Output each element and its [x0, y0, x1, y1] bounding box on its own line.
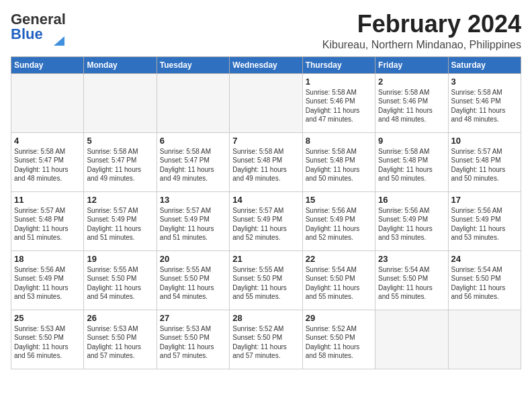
day-info: Sunrise: 5:54 AM Sunset: 5:50 PM Dayligh…: [378, 265, 445, 302]
title-area: February 2024 Kibureau, Northern Mindana…: [322, 11, 521, 51]
day-info: Sunrise: 5:54 AM Sunset: 5:50 PM Dayligh…: [306, 265, 372, 302]
calendar-cell: 1Sunrise: 5:58 AM Sunset: 5:46 PM Daylig…: [302, 73, 375, 132]
day-number: 4: [14, 136, 81, 146]
day-number: 15: [306, 195, 372, 205]
calendar-cell: 8Sunrise: 5:58 AM Sunset: 5:48 PM Daylig…: [302, 132, 375, 191]
day-number: 18: [14, 254, 81, 264]
day-number: 17: [451, 195, 518, 205]
calendar-cell: 10Sunrise: 5:57 AM Sunset: 5:48 PM Dayli…: [448, 132, 521, 191]
calendar-cell: 27Sunrise: 5:53 AM Sunset: 5:50 PM Dayli…: [157, 310, 229, 369]
day-number: 19: [87, 254, 153, 264]
calendar-cell: 23Sunrise: 5:54 AM Sunset: 5:50 PM Dayli…: [375, 250, 448, 310]
day-info: Sunrise: 5:52 AM Sunset: 5:50 PM Dayligh…: [232, 324, 299, 361]
day-number: 22: [306, 254, 372, 264]
day-number: 12: [87, 195, 153, 205]
calendar-cell: 12Sunrise: 5:57 AM Sunset: 5:49 PM Dayli…: [84, 191, 157, 250]
calendar-cell: 22Sunrise: 5:54 AM Sunset: 5:50 PM Dayli…: [302, 250, 375, 310]
day-number: 16: [378, 195, 445, 205]
day-info: Sunrise: 5:53 AM Sunset: 5:50 PM Dayligh…: [14, 324, 81, 361]
day-info: Sunrise: 5:57 AM Sunset: 5:48 PM Dayligh…: [14, 206, 81, 242]
calendar-header-row: SundayMondayTuesdayWednesdayThursdayFrid…: [11, 56, 521, 73]
day-info: Sunrise: 5:56 AM Sunset: 5:49 PM Dayligh…: [306, 206, 372, 242]
month-title: February 2024: [322, 11, 521, 38]
day-info: Sunrise: 5:58 AM Sunset: 5:46 PM Dayligh…: [451, 88, 518, 124]
day-number: 14: [232, 195, 299, 205]
calendar-cell: 6Sunrise: 5:58 AM Sunset: 5:47 PM Daylig…: [157, 132, 229, 191]
day-number: 2: [378, 77, 445, 87]
day-number: 27: [160, 313, 226, 323]
day-info: Sunrise: 5:53 AM Sunset: 5:50 PM Dayligh…: [160, 324, 226, 361]
day-info: Sunrise: 5:57 AM Sunset: 5:49 PM Dayligh…: [160, 206, 226, 242]
calendar-cell: 14Sunrise: 5:57 AM Sunset: 5:49 PM Dayli…: [230, 191, 302, 250]
logo-arrow-icon: [54, 36, 64, 46]
calendar-week-row: 4Sunrise: 5:58 AM Sunset: 5:47 PM Daylig…: [11, 132, 521, 191]
weekday-header-friday: Friday: [375, 56, 448, 73]
day-number: 10: [451, 136, 518, 146]
logo: General Blue: [11, 11, 67, 43]
calendar-cell: [375, 310, 448, 369]
calendar-cell: 17Sunrise: 5:56 AM Sunset: 5:49 PM Dayli…: [448, 191, 521, 250]
weekday-header-sunday: Sunday: [11, 56, 84, 73]
calendar-cell: 11Sunrise: 5:57 AM Sunset: 5:48 PM Dayli…: [11, 191, 84, 250]
day-info: Sunrise: 5:56 AM Sunset: 5:49 PM Dayligh…: [14, 265, 81, 302]
day-number: 28: [232, 313, 299, 323]
day-number: 3: [451, 77, 518, 87]
calendar-week-row: 1Sunrise: 5:58 AM Sunset: 5:46 PM Daylig…: [11, 73, 521, 132]
day-number: 11: [14, 195, 81, 205]
day-number: 9: [378, 136, 445, 146]
day-info: Sunrise: 5:54 AM Sunset: 5:50 PM Dayligh…: [451, 265, 518, 302]
calendar-cell: [230, 73, 302, 132]
day-info: Sunrise: 5:52 AM Sunset: 5:50 PM Dayligh…: [306, 324, 372, 361]
day-info: Sunrise: 5:58 AM Sunset: 5:47 PM Dayligh…: [160, 147, 226, 183]
calendar-cell: [157, 73, 229, 132]
weekday-header-thursday: Thursday: [302, 56, 375, 73]
calendar-table: SundayMondayTuesdayWednesdayThursdayFrid…: [11, 56, 521, 369]
day-info: Sunrise: 5:57 AM Sunset: 5:49 PM Dayligh…: [232, 206, 299, 242]
day-info: Sunrise: 5:58 AM Sunset: 5:48 PM Dayligh…: [232, 147, 299, 183]
day-number: 8: [306, 136, 372, 146]
day-info: Sunrise: 5:58 AM Sunset: 5:47 PM Dayligh…: [14, 147, 81, 183]
day-info: Sunrise: 5:58 AM Sunset: 5:46 PM Dayligh…: [378, 88, 445, 124]
logo-blue: Blue: [11, 26, 43, 43]
page-header: General Blue February 2024 Kibureau, Nor…: [11, 11, 521, 51]
calendar-cell: [84, 73, 157, 132]
day-info: Sunrise: 5:57 AM Sunset: 5:48 PM Dayligh…: [451, 147, 518, 183]
weekday-header-wednesday: Wednesday: [230, 56, 302, 73]
calendar-cell: 26Sunrise: 5:53 AM Sunset: 5:50 PM Dayli…: [84, 310, 157, 369]
calendar-cell: 13Sunrise: 5:57 AM Sunset: 5:49 PM Dayli…: [157, 191, 229, 250]
calendar-cell: 19Sunrise: 5:55 AM Sunset: 5:50 PM Dayli…: [84, 250, 157, 310]
day-info: Sunrise: 5:55 AM Sunset: 5:50 PM Dayligh…: [160, 265, 226, 302]
calendar-cell: 4Sunrise: 5:58 AM Sunset: 5:47 PM Daylig…: [11, 132, 84, 191]
day-info: Sunrise: 5:58 AM Sunset: 5:46 PM Dayligh…: [306, 88, 372, 124]
calendar-cell: 18Sunrise: 5:56 AM Sunset: 5:49 PM Dayli…: [11, 250, 84, 310]
day-info: Sunrise: 5:57 AM Sunset: 5:49 PM Dayligh…: [87, 206, 153, 242]
day-number: 23: [378, 254, 445, 264]
day-number: 24: [451, 254, 518, 264]
weekday-header-monday: Monday: [84, 56, 157, 73]
day-info: Sunrise: 5:55 AM Sunset: 5:50 PM Dayligh…: [87, 265, 153, 302]
location-subtitle: Kibureau, Northern Mindanao, Philippines: [322, 39, 521, 51]
calendar-cell: 5Sunrise: 5:58 AM Sunset: 5:47 PM Daylig…: [84, 132, 157, 191]
calendar-cell: 24Sunrise: 5:54 AM Sunset: 5:50 PM Dayli…: [448, 250, 521, 310]
calendar-cell: [11, 73, 84, 132]
calendar-cell: 7Sunrise: 5:58 AM Sunset: 5:48 PM Daylig…: [230, 132, 302, 191]
calendar-cell: 9Sunrise: 5:58 AM Sunset: 5:48 PM Daylig…: [375, 132, 448, 191]
day-number: 1: [306, 77, 372, 87]
weekday-header-saturday: Saturday: [448, 56, 521, 73]
day-number: 29: [306, 313, 372, 323]
day-info: Sunrise: 5:53 AM Sunset: 5:50 PM Dayligh…: [87, 324, 153, 361]
day-number: 5: [87, 136, 153, 146]
calendar-cell: 2Sunrise: 5:58 AM Sunset: 5:46 PM Daylig…: [375, 73, 448, 132]
calendar-cell: [448, 310, 521, 369]
calendar-cell: 29Sunrise: 5:52 AM Sunset: 5:50 PM Dayli…: [302, 310, 375, 369]
day-number: 21: [232, 254, 299, 264]
day-number: 13: [160, 195, 226, 205]
day-info: Sunrise: 5:58 AM Sunset: 5:48 PM Dayligh…: [306, 147, 372, 183]
calendar-week-row: 18Sunrise: 5:56 AM Sunset: 5:49 PM Dayli…: [11, 250, 521, 310]
day-number: 25: [14, 313, 81, 323]
calendar-week-row: 25Sunrise: 5:53 AM Sunset: 5:50 PM Dayli…: [11, 310, 521, 369]
calendar-cell: 3Sunrise: 5:58 AM Sunset: 5:46 PM Daylig…: [448, 73, 521, 132]
day-number: 20: [160, 254, 226, 264]
calendar-cell: 20Sunrise: 5:55 AM Sunset: 5:50 PM Dayli…: [157, 250, 229, 310]
day-number: 6: [160, 136, 226, 146]
